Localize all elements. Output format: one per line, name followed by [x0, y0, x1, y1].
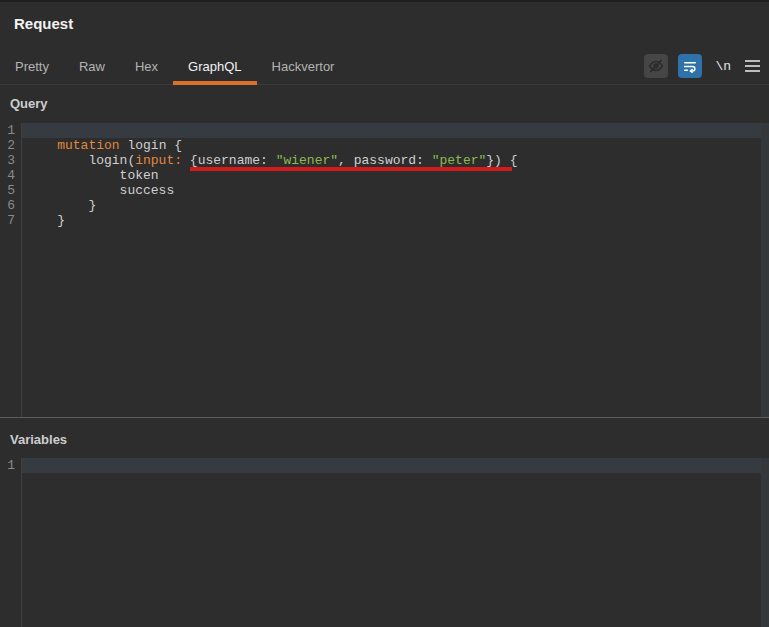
- query-line-number-gutter: 1234567: [0, 123, 22, 417]
- tab-pretty[interactable]: Pretty: [0, 48, 64, 84]
- tab-raw[interactable]: Raw: [64, 48, 120, 84]
- code-line: }: [22, 213, 761, 228]
- code-line: [22, 458, 761, 473]
- line-number: 2: [0, 138, 21, 153]
- code-segment-plain: [26, 138, 57, 153]
- page-title: Request: [14, 15, 73, 32]
- code-line: [22, 123, 761, 138]
- word-wrap-icon: [681, 57, 699, 75]
- visibility-off-icon: [647, 57, 665, 75]
- code-segment-string: "wiener": [276, 153, 338, 168]
- code-segment-plain: {username:: [182, 153, 276, 168]
- request-tabbar: Pretty Raw Hex GraphQL Hackvertor: [0, 48, 769, 85]
- code-line: login(input: {username: "wiener", passwo…: [22, 153, 761, 168]
- line-number: 4: [0, 168, 21, 183]
- code-segment-plain: , password:: [338, 153, 432, 168]
- code-segment-plain: }: [26, 198, 96, 213]
- variables-section-label: Variables: [10, 432, 67, 447]
- code-segment-plain: success: [26, 183, 174, 198]
- visibility-toggle-button[interactable]: [644, 54, 668, 78]
- code-segment-plain: login {: [120, 138, 182, 153]
- line-number: 5: [0, 183, 21, 198]
- tab-graphql[interactable]: GraphQL: [173, 48, 256, 84]
- tab-hackvertor[interactable]: Hackvertor: [257, 48, 350, 84]
- menu-button[interactable]: [744, 57, 761, 75]
- code-line: }: [22, 198, 761, 213]
- window-top-edge: [0, 0, 769, 2]
- code-segment-keyword: input:: [135, 153, 182, 168]
- query-section-label: Query: [10, 96, 48, 111]
- hamburger-menu-icon: [745, 60, 760, 72]
- line-number: 6: [0, 198, 21, 213]
- editor-toolbar: \n: [644, 48, 761, 84]
- code-segment-plain: token: [26, 168, 159, 183]
- line-number: 7: [0, 213, 21, 228]
- code-segment-string: "peter": [432, 153, 487, 168]
- red-underline-annotation: [190, 167, 512, 171]
- newline-toggle[interactable]: \n: [712, 57, 734, 76]
- tab-hex[interactable]: Hex: [120, 48, 173, 84]
- line-number: 3: [0, 153, 21, 168]
- request-panel: Request Pretty Raw Hex GraphQL Hackverto…: [0, 0, 769, 627]
- code-segment-plain: }: [26, 213, 65, 228]
- code-line: mutation login {: [22, 138, 761, 153]
- variables-code-area: [22, 458, 761, 627]
- variables-line-number-gutter: 1: [0, 458, 22, 627]
- line-number: 1: [0, 458, 21, 473]
- code-segment-plain: }) {: [486, 153, 517, 168]
- code-segment-keyword: mutation: [57, 138, 119, 153]
- word-wrap-button[interactable]: [678, 54, 702, 78]
- panel-divider: [0, 417, 769, 418]
- variables-editor[interactable]: 1: [0, 458, 769, 627]
- line-number: 1: [0, 123, 21, 138]
- query-scrollbar[interactable]: [761, 123, 769, 417]
- variables-scrollbar[interactable]: [761, 458, 769, 627]
- code-line: success: [22, 183, 761, 198]
- code-segment-plain: login(: [26, 153, 135, 168]
